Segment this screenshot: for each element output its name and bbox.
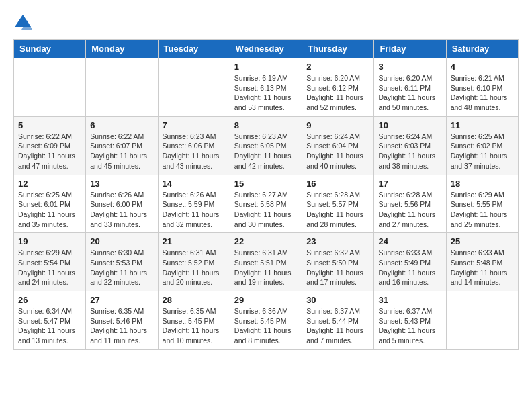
day-info: Sunrise: 6:33 AM Sunset: 5:49 PM Dayligh… [378, 248, 441, 287]
day-info: Sunrise: 6:23 AM Sunset: 6:06 PM Dayligh… [163, 132, 226, 171]
day-number: 15 [234, 179, 298, 189]
day-number: 31 [378, 295, 441, 305]
day-number: 3 [378, 62, 441, 72]
day-info: Sunrise: 6:27 AM Sunset: 5:58 PM Dayligh… [234, 190, 298, 230]
weekday-header: Saturday [446, 40, 518, 58]
day-info: Sunrise: 6:22 AM Sunset: 6:07 PM Dayligh… [90, 132, 153, 171]
calendar-table: SundayMondayTuesdayWednesdayThursdayFrid… [13, 39, 519, 350]
day-number: 17 [378, 179, 441, 189]
calendar-day-cell: 18Sunrise: 6:29 AM Sunset: 5:55 PM Dayli… [446, 175, 518, 233]
day-number: 21 [163, 236, 226, 246]
calendar-day-cell: 23Sunrise: 6:32 AM Sunset: 5:50 PM Dayli… [302, 233, 374, 291]
calendar-day-cell: 19Sunrise: 6:29 AM Sunset: 5:54 PM Dayli… [14, 233, 86, 291]
weekday-header: Monday [86, 40, 158, 58]
day-number: 30 [306, 295, 369, 305]
day-number: 16 [306, 179, 369, 189]
day-number: 19 [18, 236, 81, 246]
calendar-day-cell: 29Sunrise: 6:36 AM Sunset: 5:45 PM Dayli… [230, 291, 302, 350]
calendar-day-cell: 22Sunrise: 6:31 AM Sunset: 5:51 PM Dayli… [230, 233, 302, 291]
calendar-day-cell: 28Sunrise: 6:35 AM Sunset: 5:45 PM Dayli… [158, 291, 230, 350]
calendar-day-cell: 31Sunrise: 6:37 AM Sunset: 5:43 PM Dayli… [374, 291, 446, 350]
day-info: Sunrise: 6:32 AM Sunset: 5:50 PM Dayligh… [306, 248, 369, 287]
day-info: Sunrise: 6:26 AM Sunset: 5:59 PM Dayligh… [163, 190, 226, 230]
day-info: Sunrise: 6:30 AM Sunset: 5:53 PM Dayligh… [90, 248, 153, 287]
day-info: Sunrise: 6:37 AM Sunset: 5:43 PM Dayligh… [378, 306, 441, 346]
calendar-day-cell: 11Sunrise: 6:25 AM Sunset: 6:02 PM Dayli… [446, 116, 518, 175]
calendar-day-cell: 27Sunrise: 6:35 AM Sunset: 5:46 PM Dayli… [86, 291, 158, 350]
weekday-header: Sunday [14, 40, 86, 58]
calendar-day-cell [158, 58, 230, 117]
calendar-day-cell: 10Sunrise: 6:24 AM Sunset: 6:03 PM Dayli… [374, 116, 446, 175]
day-number: 12 [18, 179, 81, 189]
calendar-day-cell: 24Sunrise: 6:33 AM Sunset: 5:49 PM Dayli… [374, 233, 446, 291]
calendar-day-cell: 25Sunrise: 6:33 AM Sunset: 5:48 PM Dayli… [446, 233, 518, 291]
day-number: 25 [451, 236, 514, 246]
day-info: Sunrise: 6:21 AM Sunset: 6:10 PM Dayligh… [451, 73, 514, 113]
calendar-day-cell: 21Sunrise: 6:31 AM Sunset: 5:52 PM Dayli… [158, 233, 230, 291]
day-info: Sunrise: 6:31 AM Sunset: 5:52 PM Dayligh… [163, 248, 226, 287]
day-number: 2 [306, 62, 369, 72]
day-info: Sunrise: 6:35 AM Sunset: 5:45 PM Dayligh… [163, 306, 226, 346]
logo [13, 13, 35, 32]
calendar-day-cell: 3Sunrise: 6:20 AM Sunset: 6:11 PM Daylig… [374, 58, 446, 117]
calendar-day-cell: 4Sunrise: 6:21 AM Sunset: 6:10 PM Daylig… [446, 58, 518, 117]
day-info: Sunrise: 6:25 AM Sunset: 6:02 PM Dayligh… [451, 132, 514, 171]
calendar-week-row: 5Sunrise: 6:22 AM Sunset: 6:09 PM Daylig… [14, 116, 519, 175]
day-info: Sunrise: 6:28 AM Sunset: 5:57 PM Dayligh… [306, 190, 369, 230]
day-info: Sunrise: 6:36 AM Sunset: 5:45 PM Dayligh… [234, 306, 298, 346]
day-number: 18 [451, 179, 514, 189]
calendar-day-cell [14, 58, 86, 117]
calendar-day-cell: 16Sunrise: 6:28 AM Sunset: 5:57 PM Dayli… [302, 175, 374, 233]
calendar-day-cell: 20Sunrise: 6:30 AM Sunset: 5:53 PM Dayli… [86, 233, 158, 291]
calendar-header-row: SundayMondayTuesdayWednesdayThursdayFrid… [14, 40, 519, 58]
day-info: Sunrise: 6:25 AM Sunset: 6:01 PM Dayligh… [18, 190, 81, 230]
calendar-day-cell: 15Sunrise: 6:27 AM Sunset: 5:58 PM Dayli… [230, 175, 302, 233]
calendar-day-cell: 13Sunrise: 6:26 AM Sunset: 6:00 PM Dayli… [86, 175, 158, 233]
day-number: 4 [451, 62, 514, 72]
calendar-week-row: 19Sunrise: 6:29 AM Sunset: 5:54 PM Dayli… [14, 233, 519, 291]
calendar-day-cell: 14Sunrise: 6:26 AM Sunset: 5:59 PM Dayli… [158, 175, 230, 233]
day-number: 26 [18, 295, 81, 305]
day-number: 13 [90, 179, 153, 189]
day-info: Sunrise: 6:20 AM Sunset: 6:12 PM Dayligh… [306, 73, 369, 113]
calendar-day-cell [446, 291, 518, 350]
day-info: Sunrise: 6:31 AM Sunset: 5:51 PM Dayligh… [234, 248, 298, 287]
calendar-week-row: 12Sunrise: 6:25 AM Sunset: 6:01 PM Dayli… [14, 175, 519, 233]
day-number: 22 [234, 236, 298, 246]
day-number: 11 [451, 120, 514, 130]
day-info: Sunrise: 6:29 AM Sunset: 5:55 PM Dayligh… [451, 190, 514, 230]
day-number: 28 [163, 295, 226, 305]
calendar-day-cell: 26Sunrise: 6:34 AM Sunset: 5:47 PM Dayli… [14, 291, 86, 350]
day-info: Sunrise: 6:37 AM Sunset: 5:44 PM Dayligh… [306, 306, 369, 346]
calendar-day-cell: 30Sunrise: 6:37 AM Sunset: 5:44 PM Dayli… [302, 291, 374, 350]
weekday-header: Friday [374, 40, 446, 58]
calendar-day-cell: 12Sunrise: 6:25 AM Sunset: 6:01 PM Dayli… [14, 175, 86, 233]
day-info: Sunrise: 6:23 AM Sunset: 6:05 PM Dayligh… [234, 132, 298, 171]
day-number: 10 [378, 120, 441, 130]
day-info: Sunrise: 6:29 AM Sunset: 5:54 PM Dayligh… [18, 248, 81, 287]
calendar-day-cell: 9Sunrise: 6:24 AM Sunset: 6:04 PM Daylig… [302, 116, 374, 175]
weekday-header: Thursday [302, 40, 374, 58]
calendar-day-cell: 6Sunrise: 6:22 AM Sunset: 6:07 PM Daylig… [86, 116, 158, 175]
day-info: Sunrise: 6:19 AM Sunset: 6:13 PM Dayligh… [234, 73, 298, 113]
day-number: 9 [306, 120, 369, 130]
calendar-day-cell: 5Sunrise: 6:22 AM Sunset: 6:09 PM Daylig… [14, 116, 86, 175]
day-number: 1 [234, 62, 298, 72]
logo-icon [13, 13, 32, 32]
day-number: 6 [90, 120, 153, 130]
day-number: 20 [90, 236, 153, 246]
day-number: 27 [90, 295, 153, 305]
day-info: Sunrise: 6:35 AM Sunset: 5:46 PM Dayligh… [90, 306, 153, 346]
calendar-week-row: 26Sunrise: 6:34 AM Sunset: 5:47 PM Dayli… [14, 291, 519, 350]
calendar-day-cell: 1Sunrise: 6:19 AM Sunset: 6:13 PM Daylig… [230, 58, 302, 117]
day-info: Sunrise: 6:24 AM Sunset: 6:04 PM Dayligh… [306, 132, 369, 171]
day-number: 8 [234, 120, 298, 130]
day-number: 7 [163, 120, 226, 130]
day-info: Sunrise: 6:26 AM Sunset: 6:00 PM Dayligh… [90, 190, 153, 230]
calendar-week-row: 1Sunrise: 6:19 AM Sunset: 6:13 PM Daylig… [14, 58, 519, 117]
day-number: 24 [378, 236, 441, 246]
day-number: 14 [163, 179, 226, 189]
weekday-header: Wednesday [230, 40, 302, 58]
page-header [13, 13, 519, 32]
day-info: Sunrise: 6:33 AM Sunset: 5:48 PM Dayligh… [451, 248, 514, 287]
